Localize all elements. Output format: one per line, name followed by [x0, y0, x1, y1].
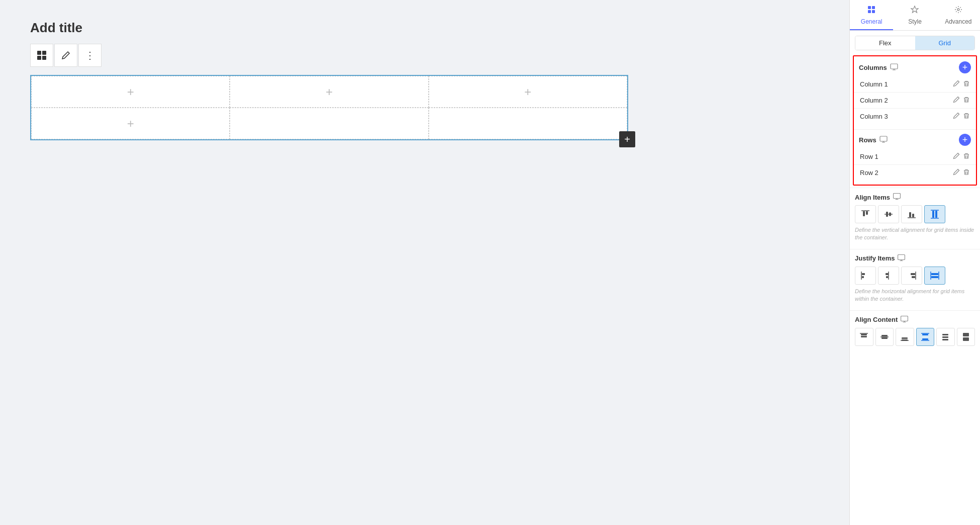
row-1-actions — [953, 152, 970, 161]
top-tabs: General Style Advanced — [850, 0, 980, 31]
svg-rect-33 — [911, 273, 915, 275]
column-3-edit-icon[interactable] — [953, 112, 960, 121]
align-stretch-button[interactable] — [924, 205, 945, 223]
svg-rect-44 — [881, 335, 888, 336]
column-3-name: Column 3 — [860, 113, 953, 120]
align-content-stretch-button[interactable] — [957, 328, 975, 346]
row-2-name: Row 2 — [860, 169, 953, 177]
subtab-grid[interactable]: Grid — [915, 36, 975, 50]
add-cell-button[interactable]: + — [619, 131, 635, 147]
row-1-edit-icon[interactable] — [953, 152, 960, 161]
sub-tabs: Flex Grid — [855, 36, 975, 50]
align-content-label: Align Content — [855, 316, 898, 323]
align-content-monitor-icon — [901, 316, 908, 324]
grid-cell-3[interactable]: + — [429, 76, 627, 108]
right-panel: General Style Advanced Flex Grid — [849, 0, 980, 525]
align-middle-button[interactable] — [878, 205, 899, 223]
svg-rect-23 — [932, 211, 934, 218]
svg-rect-19 — [909, 212, 911, 217]
align-items-monitor-icon — [893, 193, 901, 201]
rows-header: Rows + — [854, 129, 976, 148]
justify-end-button[interactable] — [901, 267, 922, 285]
column-1-actions — [953, 80, 970, 89]
svg-rect-53 — [942, 334, 948, 335]
align-top-button[interactable] — [855, 205, 876, 223]
add-row-button[interactable]: + — [959, 134, 971, 146]
tab-general[interactable]: General — [850, 0, 893, 30]
columns-monitor-icon — [890, 63, 898, 72]
row-2-delete-icon[interactable] — [963, 168, 970, 177]
svg-rect-17 — [889, 213, 891, 216]
row-1-delete-icon[interactable] — [963, 152, 970, 161]
justify-items-hint: Define the horizontal alignment for grid… — [855, 288, 975, 303]
grid-cell-1[interactable]: + — [31, 76, 230, 108]
column-1-edit-icon[interactable] — [953, 80, 960, 89]
canvas-title: Add title — [30, 20, 819, 36]
tab-advanced[interactable]: Advanced — [937, 0, 980, 30]
justify-start-button[interactable] — [855, 267, 876, 285]
column-1-name: Column 1 — [860, 80, 953, 88]
tab-general-label: General — [861, 18, 883, 25]
grid-canvas: + + + + + — [30, 75, 628, 140]
svg-rect-13 — [863, 211, 865, 216]
justify-items-header: Justify Items — [855, 254, 975, 262]
align-content-end-button[interactable] — [896, 328, 914, 346]
tab-advanced-label: Advanced — [945, 18, 971, 25]
svg-rect-24 — [935, 211, 937, 218]
svg-rect-30 — [886, 273, 889, 275]
grid-cell-4[interactable]: + — [31, 108, 230, 139]
align-items-buttons — [855, 205, 975, 223]
column-2-edit-icon[interactable] — [953, 96, 960, 105]
column-2-delete-icon[interactable] — [963, 96, 970, 105]
subtab-flex[interactable]: Flex — [855, 36, 915, 50]
svg-rect-56 — [963, 333, 969, 336]
svg-rect-10 — [880, 136, 887, 141]
svg-rect-25 — [898, 254, 905, 259]
align-content-space-between-button[interactable] — [916, 328, 935, 346]
justify-items-monitor-icon — [898, 254, 905, 262]
columns-text: Columns — [859, 64, 887, 71]
grid-cell-2[interactable]: + — [230, 76, 428, 108]
svg-rect-16 — [886, 212, 888, 217]
pen-button[interactable] — [54, 44, 77, 67]
grid-view-button[interactable] — [30, 44, 53, 67]
grid-cell-6 — [429, 108, 627, 139]
justify-items-section: Justify Items — [850, 249, 980, 310]
svg-rect-38 — [931, 276, 938, 278]
align-content-space-around-button[interactable] — [936, 328, 955, 346]
column-1-delete-icon[interactable] — [963, 80, 970, 89]
svg-rect-27 — [862, 273, 865, 275]
align-items-section: Align Items — [850, 188, 980, 249]
svg-rect-37 — [931, 273, 938, 275]
svg-rect-34 — [912, 276, 915, 278]
align-content-center-button[interactable] — [875, 328, 894, 346]
svg-rect-31 — [886, 276, 888, 278]
tab-style[interactable]: Style — [893, 0, 936, 30]
add-column-button[interactable]: + — [959, 61, 971, 73]
row-2-edit-icon[interactable] — [953, 168, 960, 177]
justify-center-button[interactable] — [878, 267, 899, 285]
svg-rect-45 — [881, 337, 888, 339]
list-item: Column 1 — [854, 76, 976, 93]
justify-stretch-button[interactable] — [924, 267, 945, 285]
general-icon — [867, 5, 876, 16]
svg-rect-6 — [868, 10, 871, 13]
rows-monitor-icon — [879, 136, 888, 144]
svg-rect-4 — [868, 6, 871, 9]
svg-rect-41 — [861, 334, 867, 335]
column-3-delete-icon[interactable] — [963, 112, 970, 121]
svg-rect-3 — [42, 56, 46, 60]
justify-items-buttons — [855, 267, 975, 285]
column-2-actions — [953, 96, 970, 105]
svg-rect-42 — [861, 336, 867, 337]
align-bottom-button[interactable] — [901, 205, 922, 223]
list-item: Column 3 — [854, 109, 976, 124]
svg-rect-20 — [912, 214, 914, 217]
rows-text: Rows — [859, 136, 876, 144]
svg-rect-14 — [866, 211, 868, 215]
align-content-start-button[interactable] — [855, 328, 873, 346]
svg-point-8 — [957, 9, 959, 11]
more-button[interactable]: ⋮ — [78, 44, 102, 67]
align-content-buttons — [855, 328, 975, 346]
svg-rect-5 — [872, 6, 875, 9]
